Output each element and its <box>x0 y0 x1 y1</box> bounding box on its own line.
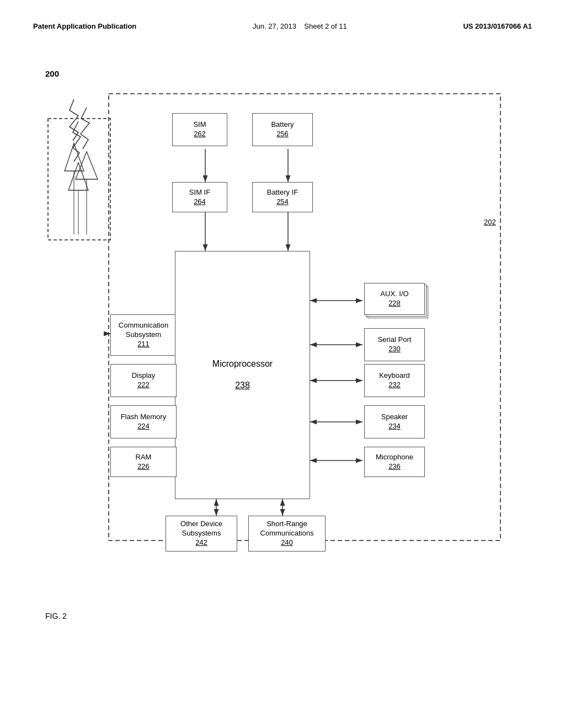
device-ref: 202 <box>484 218 496 226</box>
mp-ref: 238 <box>235 380 250 392</box>
header-right: US 2013/0167066 A1 <box>463 22 532 30</box>
ram-ref: 226 <box>137 462 150 472</box>
other-device-box: Other DeviceSubsystems 242 <box>166 516 237 552</box>
header-center: Jun. 27, 2013 Sheet 2 of 11 <box>253 22 347 30</box>
display-label: Display <box>132 371 156 381</box>
speaker-box: Speaker 234 <box>364 405 425 438</box>
flash-ref: 224 <box>137 422 150 431</box>
speaker-label: Speaker <box>381 413 408 422</box>
serial-port-box: Serial Port 230 <box>364 328 425 361</box>
header-left: Patent Application Publication <box>33 22 136 30</box>
display-box: Display 222 <box>110 364 177 397</box>
microprocessor-box: Microprocessor 238 <box>175 251 310 499</box>
keyboard-ref: 232 <box>388 381 401 390</box>
header-sheet: Sheet 2 of 11 <box>304 22 347 30</box>
svg-marker-22 <box>65 143 84 171</box>
comm-ref: 211 <box>137 340 150 349</box>
mp-label: Microprocessor <box>212 358 273 370</box>
sim-if-box: SIM IF 264 <box>172 182 227 212</box>
sim-label: SIM <box>193 120 206 130</box>
aux-io-stacked: AUX. I/O 228 <box>364 283 425 315</box>
svg-rect-5 <box>48 119 110 240</box>
ram-box: RAM 226 <box>110 447 177 477</box>
svg-marker-24 <box>68 163 88 190</box>
sim-if-ref: 264 <box>194 197 206 207</box>
sim-box: SIM 262 <box>172 113 227 146</box>
page: Patent Application Publication Jun. 27, … <box>0 0 565 728</box>
speaker-ref: 234 <box>388 422 401 431</box>
sim-if-label: SIM IF <box>189 188 210 197</box>
battery-box: Battery 256 <box>252 113 313 146</box>
ram-label: RAM <box>136 453 152 462</box>
battery-if-box: Battery IF 254 <box>252 182 313 212</box>
short-range-label: Short-RangeCommunications <box>260 520 314 538</box>
flash-label: Flash Memory <box>121 413 166 422</box>
battery-ref: 256 <box>276 130 289 139</box>
other-device-ref: 242 <box>195 538 207 548</box>
display-ref: 222 <box>137 381 150 390</box>
page-header: Patent Application Publication Jun. 27, … <box>33 22 532 30</box>
device-label: 200 <box>45 69 59 78</box>
battery-if-ref: 254 <box>276 197 289 207</box>
battery-label: Battery <box>271 120 294 130</box>
short-range-ref: 240 <box>281 538 293 548</box>
keyboard-label: Keyboard <box>379 371 410 381</box>
sim-ref: 262 <box>194 130 206 139</box>
svg-marker-23 <box>76 152 98 179</box>
microphone-ref: 236 <box>388 462 401 472</box>
fig-label: FIG. 2 <box>45 612 67 620</box>
comm-label: CommunicationSubsystem <box>119 321 168 340</box>
serial-port-label: Serial Port <box>378 335 412 345</box>
other-device-label: Other DeviceSubsystems <box>180 520 222 538</box>
keyboard-box: Keyboard 232 <box>364 364 425 397</box>
battery-if-label: Battery IF <box>267 188 298 197</box>
serial-port-ref: 230 <box>388 345 401 354</box>
flash-memory-box: Flash Memory 224 <box>110 405 177 438</box>
diagram-area: 200 202 SIM 262 Battery 256 SIM IF 264 B… <box>45 63 520 604</box>
header-date: Jun. 27, 2013 <box>253 22 296 30</box>
microphone-label: Microphone <box>376 453 413 462</box>
short-range-box: Short-RangeCommunications 240 <box>248 516 326 552</box>
comm-subsystem-box: CommunicationSubsystem 211 <box>110 314 177 356</box>
aux-io-label: AUX. I/O <box>380 290 408 299</box>
aux-io-ref: 228 <box>388 299 401 308</box>
microphone-box: Microphone 236 <box>364 447 425 477</box>
